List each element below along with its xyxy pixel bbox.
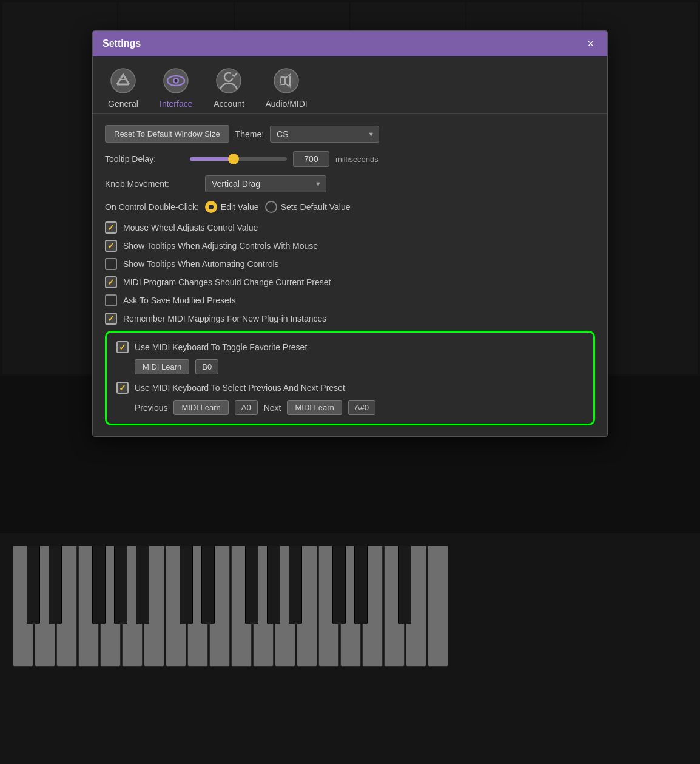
checkbox-remember-midi-label: Remember MIDI Mappings For New Plug-in I… bbox=[123, 314, 326, 323]
svg-point-6 bbox=[175, 79, 178, 83]
next-label: Next bbox=[264, 403, 281, 413]
theme-label: Theme: bbox=[235, 129, 264, 139]
interface-icon bbox=[160, 65, 192, 96]
previous-note-badge: A0 bbox=[235, 400, 258, 415]
previous-midi-learn-button[interactable]: MIDI Learn bbox=[173, 400, 228, 415]
theme-dropdown[interactable]: CS Dark Light bbox=[270, 126, 379, 143]
tab-account[interactable]: Account bbox=[204, 61, 253, 113]
close-button[interactable]: × bbox=[584, 37, 597, 50]
tab-audiomidi[interactable]: Audio/MIDI bbox=[257, 61, 315, 113]
checkbox-show-tooltips-auto-box[interactable] bbox=[105, 258, 117, 270]
toggle-favorite-midi-row: MIDI Learn B0 bbox=[135, 359, 584, 374]
tooltip-delay-row: Tooltip Delay: 700 milliseconds bbox=[105, 151, 595, 167]
knob-dropdown-wrapper: Vertical Drag Horizontal Drag Circular bbox=[205, 175, 326, 192]
svg-point-9 bbox=[231, 70, 239, 79]
general-icon bbox=[107, 65, 139, 96]
checkbox-remember-midi-box[interactable] bbox=[105, 313, 117, 325]
tab-bar: General Interface bbox=[93, 56, 607, 114]
select-preset-row: Use MIDI Keyboard To Select Previous And… bbox=[116, 382, 584, 394]
audiomidi-icon bbox=[271, 65, 302, 96]
checkbox-mouse-wheel-label: Mouse Wheel Adjusts Control Value bbox=[123, 223, 258, 232]
next-note-badge: A#0 bbox=[348, 400, 375, 415]
radio-edit-value-label: Edit Value bbox=[221, 202, 259, 212]
radio-sets-default-circle[interactable] bbox=[265, 201, 277, 213]
checkbox-midi-program: MIDI Program Changes Should Change Curre… bbox=[105, 276, 595, 288]
checkbox-mouse-wheel-box[interactable] bbox=[105, 221, 117, 234]
settings-content: Reset To Default Window Size Theme: CS D… bbox=[93, 114, 607, 436]
tab-audiomidi-label: Audio/MIDI bbox=[265, 99, 307, 109]
checkbox-show-tooltips-auto-label: Show Tooltips When Automating Controls bbox=[123, 259, 279, 269]
toggle-favorite-note-badge: B0 bbox=[195, 359, 218, 374]
tab-interface[interactable]: Interface bbox=[151, 61, 201, 113]
modal-overlay: Settings × General bbox=[0, 0, 700, 764]
checkbox-show-tooltips-mouse: Show Tooltips When Adjusting Controls Wi… bbox=[105, 240, 595, 252]
double-click-label: On Control Double-Click: bbox=[105, 202, 199, 212]
checkbox-midi-program-label: MIDI Program Changes Should Change Curre… bbox=[123, 277, 331, 287]
slider-fill bbox=[190, 157, 234, 161]
checkbox-midi-program-box[interactable] bbox=[105, 276, 117, 288]
select-preset-label: Use MIDI Keyboard To Select Previous And… bbox=[135, 383, 345, 393]
theme-dropdown-wrapper: CS Dark Light bbox=[270, 126, 379, 143]
green-highlighted-section: Use MIDI Keyboard To Toggle Favorite Pre… bbox=[105, 331, 595, 425]
double-click-row: On Control Double-Click: Edit Value Sets… bbox=[105, 201, 595, 213]
slider-thumb[interactable] bbox=[228, 154, 239, 164]
knob-movement-dropdown[interactable]: Vertical Drag Horizontal Drag Circular bbox=[205, 175, 326, 192]
radio-edit-value[interactable]: Edit Value bbox=[205, 201, 259, 213]
reset-theme-row: Reset To Default Window Size Theme: CS D… bbox=[105, 125, 595, 143]
account-icon bbox=[213, 65, 244, 96]
previous-label: Previous bbox=[135, 403, 167, 413]
select-preset-midi-row: Previous MIDI Learn A0 Next MIDI Learn A… bbox=[135, 400, 584, 415]
svg-point-10 bbox=[274, 69, 298, 93]
checkbox-ask-save: Ask To Save Modified Presets bbox=[105, 294, 595, 306]
knob-movement-row: Knob Movement: Vertical Drag Horizontal … bbox=[105, 175, 595, 192]
checkbox-ask-save-label: Ask To Save Modified Presets bbox=[123, 296, 236, 305]
checkbox-show-tooltips-mouse-label: Show Tooltips When Adjusting Controls Wi… bbox=[123, 241, 318, 251]
toggle-favorite-checkbox[interactable] bbox=[116, 341, 129, 353]
knob-movement-label: Knob Movement: bbox=[105, 179, 199, 189]
tooltip-delay-input[interactable]: 700 bbox=[293, 151, 329, 167]
settings-window: Settings × General bbox=[92, 30, 608, 437]
checkbox-ask-save-box[interactable] bbox=[105, 294, 117, 306]
radio-edit-value-circle[interactable] bbox=[205, 201, 217, 213]
toggle-favorite-midi-learn-button[interactable]: MIDI Learn bbox=[135, 359, 189, 374]
checkbox-show-tooltips-mouse-box[interactable] bbox=[105, 240, 117, 252]
tab-general[interactable]: General bbox=[99, 61, 147, 113]
reset-window-size-button[interactable]: Reset To Default Window Size bbox=[105, 125, 229, 143]
settings-title: Settings bbox=[103, 38, 141, 49]
tooltip-unit: milliseconds bbox=[335, 155, 379, 164]
radio-sets-default[interactable]: Sets Default Value bbox=[265, 201, 351, 213]
checkbox-show-tooltips-auto: Show Tooltips When Automating Controls bbox=[105, 258, 595, 270]
next-midi-learn-button[interactable]: MIDI Learn bbox=[287, 400, 342, 415]
tooltip-slider[interactable] bbox=[190, 157, 287, 161]
toggle-favorite-label: Use MIDI Keyboard To Toggle Favorite Pre… bbox=[135, 342, 307, 352]
checkbox-mouse-wheel: Mouse Wheel Adjusts Control Value bbox=[105, 221, 595, 234]
tab-interface-label: Interface bbox=[160, 99, 192, 109]
svg-point-0 bbox=[111, 69, 135, 93]
toggle-favorite-row: Use MIDI Keyboard To Toggle Favorite Pre… bbox=[116, 341, 584, 353]
tab-account-label: Account bbox=[214, 99, 244, 109]
radio-sets-default-label: Sets Default Value bbox=[281, 202, 351, 212]
select-preset-checkbox[interactable] bbox=[116, 382, 129, 394]
tab-general-label: General bbox=[108, 99, 138, 109]
checkbox-remember-midi: Remember MIDI Mappings For New Plug-in I… bbox=[105, 313, 595, 325]
tooltip-delay-label: Tooltip Delay: bbox=[105, 154, 184, 164]
settings-titlebar: Settings × bbox=[93, 31, 607, 56]
